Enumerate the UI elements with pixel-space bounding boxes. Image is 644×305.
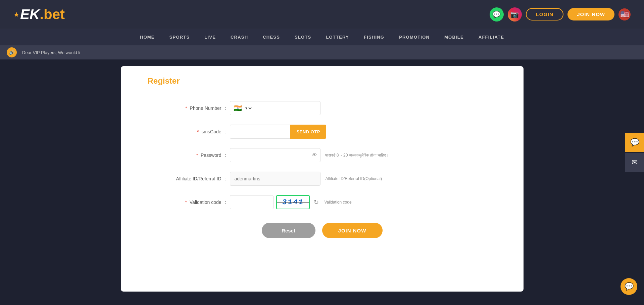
- logo-star: ★: [13, 10, 19, 18]
- phone-country-dropdown[interactable]: ▾: [244, 105, 253, 111]
- floating-email-button[interactable]: ✉: [625, 153, 644, 172]
- whatsapp-button[interactable]: 💬: [490, 7, 504, 21]
- nav-slots[interactable]: SLOTS: [287, 29, 318, 45]
- eye-toggle-icon[interactable]: 👁: [312, 152, 317, 158]
- nav-chess[interactable]: CHESS: [255, 29, 287, 45]
- phone-input-wrapper: 🇮🇳 ▾: [230, 101, 320, 115]
- nav-sports[interactable]: SPORTS: [162, 29, 197, 45]
- instagram-button[interactable]: 📷: [508, 7, 522, 21]
- logo-ek-text: EK: [20, 6, 40, 23]
- form-buttons-row: Reset JOIN NOW: [148, 223, 497, 238]
- flag-icon: 🇺🇸: [620, 10, 629, 19]
- logo: ★ EK .bet: [13, 6, 65, 23]
- validation-hint: Validation code: [324, 200, 351, 205]
- phone-number-row: * Phone Number : 🇮🇳 ▾: [148, 101, 497, 115]
- whatsapp-icon: 💬: [492, 10, 501, 18]
- password-row: * Password : 👁 पासवर्ड 8 ~ 20 अल्फान्यूम…: [148, 148, 497, 162]
- nav-affiliate[interactable]: AFFILIATE: [471, 29, 511, 45]
- header: ★ EK .bet 💬 📷 LOGIN JOIN NOW 🇺🇸: [0, 0, 644, 29]
- instagram-icon: 📷: [510, 10, 519, 18]
- phone-number-input[interactable]: [253, 102, 317, 115]
- announcement-text: Dear VIP Players, We would li: [22, 50, 80, 55]
- nav-fishing[interactable]: FISHING: [356, 29, 392, 45]
- header-right: 💬 📷 LOGIN JOIN NOW 🇺🇸: [490, 7, 631, 21]
- nav-lottery[interactable]: LOTTERY: [318, 29, 356, 45]
- validation-code-row: * Validation code : 3141 ↻ Validation co…: [148, 195, 497, 209]
- password-hint: पासवर्ड 8 ~ 20 अल्फान्यूमेरिक होना चाहिए…: [325, 153, 388, 158]
- navbar: HOME SPORTS LIVE CRASH CHESS SLOTS LOTTE…: [0, 29, 644, 45]
- phone-number-label: * Phone Number: [148, 105, 221, 111]
- main-content: Register * Phone Number : 🇮🇳 ▾ * smsCode: [0, 59, 644, 305]
- nav-promotion[interactable]: PROMOTION: [392, 29, 437, 45]
- password-wrapper: 👁: [230, 148, 320, 162]
- join-now-button[interactable]: JOIN NOW: [322, 223, 383, 238]
- chat-icon: 💬: [625, 282, 634, 291]
- colon-val: :: [225, 200, 226, 205]
- register-card: Register * Phone Number : 🇮🇳 ▾ * smsCode: [121, 66, 524, 292]
- floating-email-icon: ✉: [632, 158, 638, 167]
- announcement-bar: 🔊 Dear VIP Players, We would li: [0, 45, 644, 59]
- captcha-image: 3141: [276, 195, 310, 209]
- send-otp-button[interactable]: SEND OTP: [290, 125, 326, 139]
- join-now-header-button[interactable]: JOIN NOW: [567, 8, 614, 20]
- nav-mobile[interactable]: MOBILE: [437, 29, 471, 45]
- floating-buttons: 💬 ✉: [625, 133, 644, 172]
- validation-code-input[interactable]: [230, 195, 274, 209]
- sms-code-label: * smsCode: [148, 129, 221, 134]
- nav-crash[interactable]: CRASH: [223, 29, 255, 45]
- password-label: * Password: [148, 152, 221, 158]
- captcha-refresh-icon[interactable]: ↻: [312, 197, 320, 207]
- validation-code-label: * Validation code: [148, 200, 221, 205]
- colon-pwd: :: [225, 152, 226, 158]
- login-button[interactable]: LOGIN: [526, 8, 564, 20]
- validation-wrapper: 3141 ↻ Validation code: [230, 195, 351, 209]
- speaker-icon: 🔊: [9, 50, 15, 55]
- colon-affiliate: :: [225, 176, 226, 181]
- sms-code-input[interactable]: [230, 125, 290, 139]
- floating-whatsapp-icon: 💬: [630, 138, 639, 147]
- required-marker-sms: *: [197, 129, 199, 134]
- floating-whatsapp-button[interactable]: 💬: [625, 133, 644, 152]
- language-flag-button[interactable]: 🇺🇸: [618, 8, 631, 20]
- reset-button[interactable]: Reset: [262, 223, 315, 238]
- required-marker-val: *: [185, 200, 187, 205]
- logo-dot-bet: .bet: [40, 6, 65, 23]
- affiliate-hint: Affiliate ID/Referral ID(Optional): [325, 176, 382, 181]
- affiliate-row: Affiliate ID/Referral ID : Affiliate ID/…: [148, 172, 497, 186]
- colon-phone: :: [225, 105, 226, 111]
- sms-code-row: * smsCode : SEND OTP: [148, 125, 497, 139]
- captcha-strike: [277, 202, 309, 203]
- required-marker: *: [185, 105, 187, 111]
- register-title: Register: [148, 76, 497, 91]
- nav-home[interactable]: HOME: [133, 29, 162, 45]
- required-marker-pwd: *: [196, 152, 198, 158]
- affiliate-input[interactable]: [230, 172, 320, 186]
- password-input[interactable]: [230, 148, 320, 162]
- bottom-chat-button[interactable]: 💬: [621, 278, 637, 295]
- colon-sms: :: [225, 129, 226, 134]
- sms-code-wrapper: SEND OTP: [230, 125, 326, 139]
- phone-flag: 🇮🇳: [234, 104, 242, 112]
- announce-icon: 🔊: [7, 47, 17, 57]
- affiliate-label: Affiliate ID/Referral ID: [148, 176, 221, 181]
- nav-live[interactable]: LIVE: [197, 29, 223, 45]
